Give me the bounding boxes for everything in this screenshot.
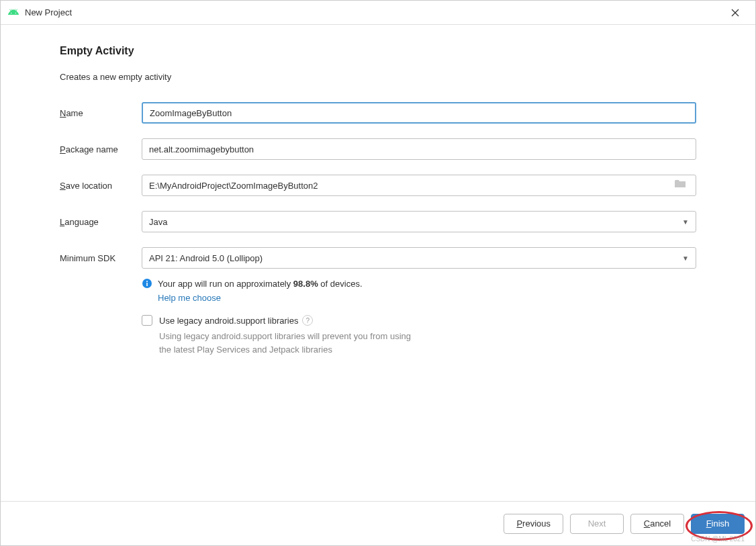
cancel-button[interactable]: Cancel	[630, 514, 684, 534]
svg-line-2	[9, 9, 11, 11]
min-sdk-select[interactable]: API 21: Android 5.0 (Lollipop) ▼	[142, 247, 696, 269]
svg-point-1	[15, 12, 17, 13]
min-sdk-row: Minimum SDK API 21: Android 5.0 (Lollipo…	[60, 247, 696, 269]
name-row: Name	[60, 102, 696, 124]
browse-folder-icon[interactable]	[674, 179, 690, 192]
language-value: Java	[149, 217, 682, 227]
page-title: Empty Activity	[60, 45, 696, 57]
close-icon[interactable]	[722, 3, 749, 23]
legacy-block: Use legacy android.support libraries ? U…	[142, 315, 696, 356]
svg-line-3	[16, 9, 17, 11]
package-input[interactable]	[142, 138, 696, 160]
device-coverage-info: Your app will run on approximately 98.8%…	[142, 278, 696, 289]
svg-rect-8	[146, 283, 148, 286]
window-title: New Project	[25, 7, 722, 17]
language-label: Language	[60, 217, 142, 227]
info-icon	[142, 278, 152, 289]
svg-point-0	[11, 12, 12, 13]
next-button: Next	[570, 514, 624, 534]
legacy-checkbox-row: Use legacy android.support libraries ?	[142, 315, 696, 326]
chevron-down-icon: ▼	[682, 255, 689, 262]
min-sdk-value: API 21: Android 5.0 (Lollipop)	[149, 253, 682, 263]
name-label: Name	[60, 108, 142, 118]
android-icon	[7, 7, 19, 19]
save-location-input[interactable]	[142, 181, 674, 191]
legacy-helper-text: Using legacy android.support libraries w…	[159, 330, 696, 356]
min-sdk-label: Minimum SDK	[60, 253, 142, 263]
svg-point-7	[146, 281, 148, 282]
save-location-label: Save location	[60, 181, 142, 191]
content-area: Empty Activity Creates a new empty activ…	[1, 25, 755, 501]
watermark: CSDN @ML 2021	[691, 535, 745, 543]
footer: Previous Next Cancel Finish CSDN @ML 202…	[1, 501, 755, 545]
finish-button[interactable]: Finish	[691, 514, 745, 534]
info-block: Your app will run on approximately 98.8%…	[142, 278, 696, 303]
legacy-checkbox[interactable]	[142, 315, 152, 326]
package-label: Package name	[60, 144, 142, 154]
name-input[interactable]	[142, 102, 696, 124]
titlebar: New Project	[1, 1, 755, 25]
help-me-choose-link[interactable]: Help me choose	[158, 293, 696, 303]
previous-button[interactable]: Previous	[504, 514, 563, 534]
chevron-down-icon: ▼	[682, 218, 689, 226]
language-select[interactable]: Java ▼	[142, 211, 696, 232]
save-location-input-wrapper	[142, 175, 696, 196]
save-location-row: Save location	[60, 175, 696, 196]
language-row: Language Java ▼	[60, 211, 696, 232]
page-description: Creates a new empty activity	[60, 72, 696, 82]
legacy-checkbox-label: Use legacy android.support libraries	[159, 316, 298, 326]
package-row: Package name	[60, 138, 696, 160]
help-icon[interactable]: ?	[302, 315, 313, 326]
